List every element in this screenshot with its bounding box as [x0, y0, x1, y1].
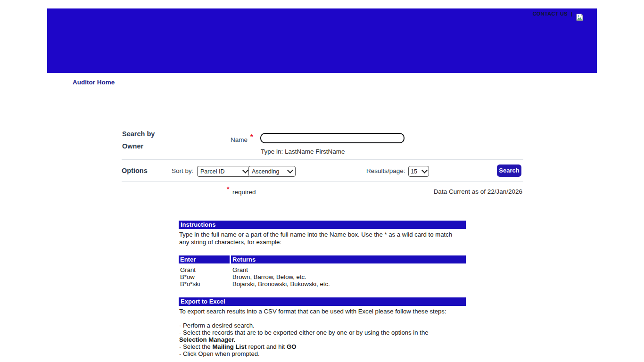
sort-field-select[interactable]: Parcel ID: [197, 166, 251, 177]
export-step-4: - Click Open when prompted.: [179, 350, 464, 357]
examples-table-header: Enter Returns: [179, 255, 466, 263]
chevron-down-icon: [421, 167, 428, 173]
table-cell: B*o*ski: [179, 280, 230, 288]
export-to-excel-header: Export to Excel: [179, 297, 466, 306]
broken-image-icon[interactable]: [576, 13, 584, 21]
required-note-star: *: [227, 185, 229, 193]
sort-direction-select[interactable]: Ascending: [248, 166, 296, 177]
divider: [122, 181, 523, 182]
instructions-body: Type in the full name or a part of the f…: [179, 231, 463, 246]
sort-field-value: Parcel ID: [200, 168, 224, 175]
results-per-page-value: 15: [411, 168, 417, 175]
data-current-text: Data Current as of 22/Jan/2026: [434, 188, 522, 195]
contact-us-link[interactable]: CONTACT US: [533, 10, 568, 16]
chevron-down-icon: [287, 167, 293, 173]
header-banner: CONTACT US |: [47, 8, 597, 73]
export-step-1: - Perform a desired search.: [179, 322, 464, 329]
export-steps: - Perform a desired search. - Select the…: [179, 322, 464, 357]
results-per-page-label: Results/page:: [366, 167, 405, 174]
table-cell: Brown, Barrow, Below, etc.: [231, 273, 466, 280]
auditor-home-link[interactable]: Auditor Home: [73, 79, 115, 86]
sort-by-label: Sort by:: [172, 167, 194, 174]
search-by-title-line1: Search by: [122, 130, 155, 138]
table-cell: Grant: [231, 266, 466, 273]
chevron-down-icon: [242, 167, 248, 173]
name-input[interactable]: [260, 133, 405, 143]
options-title: Options: [122, 167, 148, 174]
sort-direction-value: Ascending: [252, 168, 279, 175]
required-note-text: required: [232, 189, 256, 196]
search-by-title-line2: Owner: [122, 142, 143, 150]
column-header-enter: Enter: [179, 255, 230, 263]
export-step-3-bold2: GO: [287, 343, 297, 350]
table-cell: B*ow: [179, 273, 230, 280]
search-button[interactable]: Search: [497, 165, 521, 177]
export-step-2-bold: Selection Manager.: [179, 336, 464, 343]
banner-separator: |: [571, 10, 572, 16]
export-step-2: - Select the records that are to be expo…: [179, 329, 464, 336]
export-step-3-bold1: Mailing List: [212, 343, 247, 350]
export-intro: To export search results into a CSV form…: [179, 308, 464, 315]
results-per-page-select[interactable]: 15: [408, 166, 429, 177]
table-cell: Bojarski, Bronowski, Bukowski, etc.: [231, 280, 466, 288]
page: CONTACT US | Auditor Home Search by Owne…: [0, 0, 644, 362]
export-step-3-pre: - Select the: [179, 343, 212, 350]
name-label: Name: [231, 136, 248, 143]
banner-top-right: CONTACT US |: [533, 10, 584, 21]
column-header-returns: Returns: [231, 255, 466, 263]
export-step-3-mid: report and hit: [247, 343, 287, 350]
name-required-star: *: [250, 133, 253, 140]
export-step-3: - Select the Mailing List report and hit…: [179, 343, 464, 350]
divider: [122, 159, 523, 160]
instructions-header: Instructions: [179, 221, 466, 229]
table-cell: Grant: [179, 266, 230, 273]
name-hint: Type in: LastName FirstName: [261, 148, 345, 155]
examples-rows: GrantGrantB*owBrown, Barrow, Below, etc.…: [179, 266, 466, 288]
